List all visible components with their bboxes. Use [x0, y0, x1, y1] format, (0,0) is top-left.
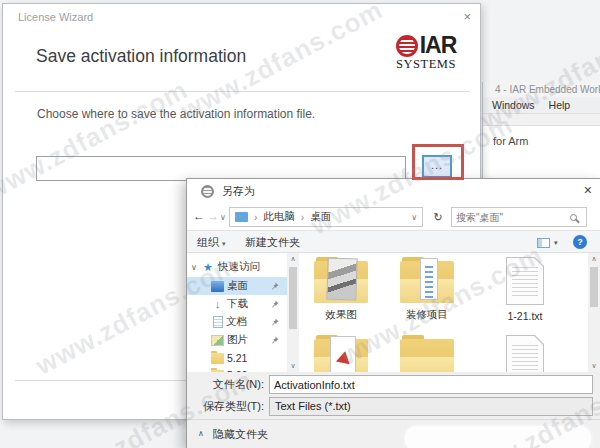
blurred-region [405, 426, 591, 448]
scrollbar-thumb[interactable] [590, 267, 598, 307]
file-item-partial-1[interactable] [299, 335, 383, 372]
folder-icon [211, 353, 224, 364]
breadcrumb-separator: › [301, 212, 304, 223]
file-list-scrollbar[interactable]: ∧ ∨ [588, 253, 600, 372]
filename-label: 文件名(N): [187, 377, 264, 392]
red-highlight-annotation [412, 144, 464, 180]
scroll-up-icon[interactable]: ∧ [287, 253, 299, 265]
close-icon[interactable]: × [463, 9, 471, 24]
pin-icon [271, 298, 279, 310]
search-input[interactable] [452, 212, 570, 223]
sidebar-item-label: 图片 [227, 333, 248, 347]
filename-input[interactable] [269, 375, 593, 394]
iar-logo-subtitle: SYSTEMS [390, 57, 462, 72]
folder-icon [235, 212, 248, 222]
chevron-down-icon[interactable]: ▾ [554, 239, 558, 247]
command-toolbar: 组织 ▾ 新建文件夹 ▾ ? [187, 231, 600, 253]
document-icon [213, 316, 223, 328]
sidebar-item-label: 5.21 [227, 352, 247, 364]
sidebar-item-downloads[interactable]: ↓ 下载 [187, 295, 287, 313]
sidebar-item-label: 文档 [226, 315, 247, 329]
file-item-xiaoguotu[interactable]: 效果图 [299, 257, 383, 322]
background-app-title: 4 - IAR Embedded Workbenc [483, 82, 600, 97]
breadcrumb-this-pc[interactable]: 此电脑 [263, 210, 295, 224]
save-as-title: 另存为 [222, 184, 255, 199]
sidebar-item-folder-521[interactable]: 5.21 [187, 349, 287, 367]
sidebar-item-label: 快速访问 [218, 260, 260, 274]
filetype-select[interactable]: Text Files (*.txt) [269, 397, 593, 416]
menu-item-windows[interactable]: Windows [492, 99, 535, 111]
breadcrumb-desktop[interactable]: 桌面 [310, 210, 331, 224]
background-app-panel-text: for Arm [483, 126, 600, 178]
sidebar-item-quick-access[interactable]: ∨ ★ 快速访问 [187, 258, 287, 276]
sidebar-item-documents[interactable]: 文档 [187, 313, 287, 331]
desktop-icon [211, 281, 224, 292]
iar-logo: IAR SYSTEMS [390, 32, 462, 72]
scroll-down-icon[interactable]: ∨ [588, 360, 600, 372]
chevron-down-icon[interactable]: ∨ [187, 263, 201, 272]
navigation-bar: ← → ∨ ↑ › 此电脑 › 桌面 ∨ ↻ [187, 203, 600, 231]
filename-row: 文件名(N): [187, 372, 600, 397]
file-item-1-21-txt[interactable]: 1-21.txt [483, 257, 567, 322]
organize-button[interactable]: 组织 ▾ [197, 235, 226, 250]
text-file-icon [506, 335, 544, 372]
filetype-label: 保存类型(T): [187, 399, 264, 414]
pin-icon [271, 280, 279, 292]
address-bar[interactable]: › 此电脑 › 桌面 ∨ [229, 207, 423, 227]
folder-with-image-icon [314, 335, 368, 372]
view-options-icon[interactable] [537, 238, 550, 248]
wizard-divider-top [15, 91, 470, 92]
refresh-icon[interactable]: ↻ [429, 207, 447, 227]
address-chevron-down-icon[interactable]: ∨ [411, 213, 417, 222]
navigation-pane: ∨ ★ 快速访问 桌面 ↓ 下载 文档 [187, 253, 287, 372]
dialog-body: ∨ ★ 快速访问 桌面 ↓ 下载 文档 [187, 253, 600, 372]
chevron-up-icon[interactable]: ∧ [198, 429, 204, 438]
close-icon[interactable]: × [584, 182, 592, 198]
history-chevron-down-icon[interactable]: ∨ [220, 213, 226, 222]
iar-logo-brand: IAR [420, 32, 457, 59]
save-as-dialog-icon [201, 185, 214, 198]
filetype-row: 保存类型(T): Text Files (*.txt) [187, 397, 600, 419]
file-list: 效果图 装修项目 1-21.txt [299, 253, 588, 372]
iar-logo-circle-icon [396, 35, 418, 57]
text-file-icon [506, 257, 544, 305]
save-as-titlebar: 另存为 × [187, 179, 600, 203]
screenshot-root: 4 - IAR Embedded Workbenc Windows Help f… [0, 0, 600, 448]
background-app-menubar: Windows Help [483, 97, 600, 114]
quick-access-star-icon: ★ [201, 261, 215, 274]
folder-icon [400, 335, 454, 372]
organize-label: 组织 [197, 236, 219, 248]
sidebar-item-pictures[interactable]: 图片 [187, 331, 287, 349]
file-item-label: 效果图 [299, 308, 383, 322]
new-folder-button[interactable]: 新建文件夹 [245, 235, 300, 250]
pin-icon [271, 334, 279, 346]
sidebar-item-label: 桌面 [227, 279, 248, 293]
background-app-toolbar [483, 114, 600, 126]
pin-icon [271, 316, 279, 328]
back-icon[interactable]: ← [193, 209, 205, 223]
scrollbar-thumb[interactable] [289, 267, 297, 329]
folder-with-docs-icon [400, 257, 454, 303]
menu-item-help[interactable]: Help [549, 99, 571, 111]
file-item-label: 1-21.txt [483, 310, 567, 322]
sidebar-scrollbar[interactable]: ∧ ∨ [287, 253, 299, 372]
scroll-down-icon[interactable]: ∨ [287, 360, 299, 372]
file-item-zhuangxiu[interactable]: 装修项目 [385, 257, 469, 322]
hide-folders-button[interactable]: 隐藏文件夹 [213, 427, 268, 442]
wizard-instruction: Choose where to save the activation info… [37, 107, 315, 121]
search-icon[interactable] [570, 214, 577, 221]
sidebar-item-desktop[interactable]: 桌面 [187, 277, 287, 295]
help-icon[interactable]: ? [573, 235, 587, 249]
file-item-partial-3[interactable] [483, 335, 567, 372]
pictures-icon [211, 335, 224, 346]
file-item-label: 装修项目 [385, 308, 469, 322]
scroll-up-icon[interactable]: ∧ [588, 253, 600, 265]
sidebar-item-label: 下载 [227, 297, 248, 311]
wizard-heading: Save activation information [36, 46, 246, 67]
search-box [451, 207, 587, 227]
dialog-footer: ∧ 隐藏文件夹 [187, 419, 600, 448]
file-item-partial-2[interactable] [385, 335, 469, 372]
chevron-down-icon: ▾ [222, 240, 226, 247]
wizard-title: License Wizard [18, 11, 93, 23]
forward-icon[interactable]: → [207, 209, 219, 223]
